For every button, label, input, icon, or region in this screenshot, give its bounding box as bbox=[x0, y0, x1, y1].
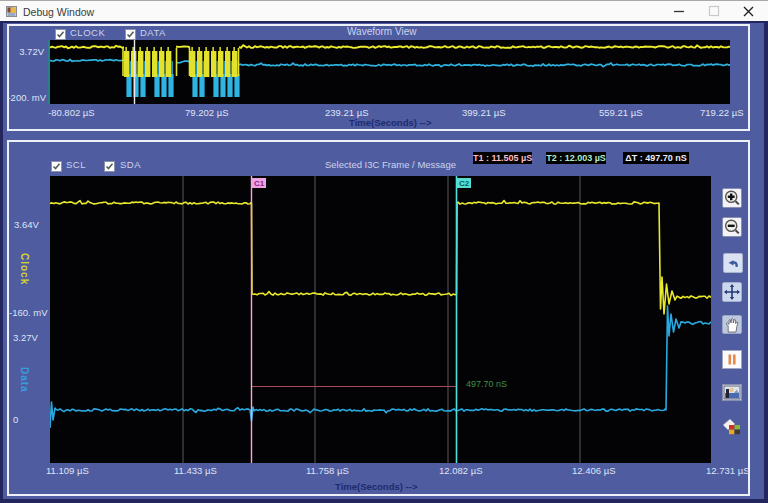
svg-text:497.70 nS: 497.70 nS bbox=[466, 379, 507, 389]
svg-text:C2: C2 bbox=[459, 179, 470, 188]
svg-text:C1: C1 bbox=[254, 179, 265, 188]
